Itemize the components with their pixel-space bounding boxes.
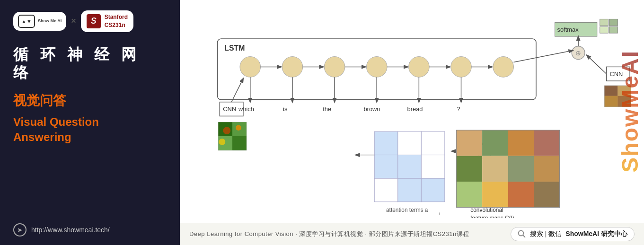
- svg-rect-28: [618, 86, 631, 96]
- svg-rect-17: [600, 19, 609, 26]
- stanford-s-icon: S: [87, 14, 101, 28]
- main-title: 循 环 神 经 网 络: [13, 45, 167, 82]
- svg-rect-62: [398, 131, 422, 155]
- svg-rect-73: [508, 130, 534, 156]
- svg-rect-67: [374, 178, 398, 202]
- vqa-diagram: LSTM softmax: [189, 5, 635, 218]
- svg-text:LSTM: LSTM: [224, 44, 245, 52]
- subtitle-english: Visual Question Answering: [13, 114, 167, 144]
- svg-rect-52: [232, 136, 247, 150]
- svg-rect-76: [482, 156, 508, 182]
- svg-line-31: [587, 55, 607, 74]
- website-link[interactable]: ➤ http://www.showmeai.tech/: [13, 223, 167, 236]
- stanford-badge: S Stanford CS231n: [81, 10, 133, 32]
- svg-text:the: the: [323, 106, 331, 113]
- svg-point-4: [324, 57, 345, 78]
- svg-rect-18: [609, 19, 618, 26]
- search-box[interactable]: 搜索 | 微信 ShowMeAI 研究中心: [511, 227, 635, 241]
- svg-rect-71: [457, 130, 482, 156]
- svg-rect-72: [482, 130, 508, 156]
- svg-point-88: [518, 231, 523, 236]
- svg-point-55: [219, 139, 225, 145]
- x-separator: ×: [71, 16, 76, 26]
- svg-point-5: [366, 57, 387, 78]
- footer-bar: Deep Learning for Computer Vision · 深度学习…: [180, 223, 644, 245]
- svg-rect-30: [618, 96, 631, 107]
- svg-rect-19: [600, 26, 609, 33]
- arrow-icon: ➤: [13, 223, 26, 236]
- stanford-text: Stanford CS231n: [105, 13, 128, 29]
- svg-rect-81: [508, 182, 534, 207]
- logo-bar: ▲▼ Show Me AI × S Stanford CS231n: [13, 10, 167, 32]
- svg-text:⊕: ⊕: [575, 49, 581, 57]
- showmeai-logo-badge: ▲▼ Show Me AI: [13, 12, 66, 31]
- svg-point-53: [223, 127, 230, 134]
- svg-rect-79: [457, 182, 482, 207]
- showmeai-text: Show Me AI: [38, 18, 62, 24]
- svg-rect-29: [605, 96, 618, 107]
- svg-rect-68: [398, 178, 422, 202]
- search-label: 搜索 | 微信: [530, 230, 562, 238]
- svg-rect-80: [482, 182, 508, 207]
- subtitle-chinese: 视觉问答: [13, 92, 167, 110]
- footer-text: Deep Learning for Computer Vision · 深度学习…: [189, 230, 469, 238]
- svg-rect-69: [421, 178, 445, 202]
- svg-rect-63: [421, 131, 445, 155]
- right-panel: LSTM softmax: [180, 0, 644, 245]
- svg-rect-64: [374, 155, 398, 179]
- svg-rect-66: [421, 155, 445, 179]
- url-text: http://www.showmeai.tech/: [31, 226, 110, 234]
- svg-line-47: [231, 79, 243, 102]
- svg-rect-27: [605, 86, 618, 96]
- svg-point-8: [493, 57, 514, 78]
- svg-text:?: ?: [457, 106, 460, 113]
- svg-text:is: is: [283, 106, 287, 113]
- svg-point-2: [240, 57, 261, 78]
- svg-line-89: [523, 235, 525, 237]
- search-icon: [518, 230, 526, 238]
- svg-text:CNN: CNN: [223, 106, 236, 113]
- svg-text:bread: bread: [407, 106, 423, 113]
- diagram-area: LSTM softmax: [180, 0, 644, 223]
- svg-point-7: [451, 57, 472, 78]
- svg-line-32: [513, 51, 573, 62]
- svg-text:convolutional: convolutional: [470, 207, 503, 213]
- svg-rect-61: [374, 131, 398, 155]
- svg-text:softmax: softmax: [557, 26, 579, 33]
- svg-rect-74: [534, 130, 559, 156]
- svg-rect-78: [534, 156, 559, 182]
- svg-rect-75: [457, 156, 482, 182]
- svg-text:t: t: [439, 211, 441, 216]
- svg-rect-65: [398, 155, 422, 179]
- svg-point-3: [282, 57, 303, 78]
- svg-point-6: [409, 57, 430, 78]
- svg-rect-77: [508, 156, 534, 182]
- svg-point-54: [236, 125, 241, 131]
- svg-text:which: which: [238, 106, 254, 113]
- svg-text:attention terms  a: attention terms a: [386, 207, 428, 213]
- svg-text:feature maps  C(I): feature maps C(I): [470, 215, 514, 218]
- left-panel: ▲▼ Show Me AI × S Stanford CS231n 循 环 神 …: [0, 0, 180, 245]
- svg-rect-82: [534, 182, 559, 207]
- showmeai-icon: ▲▼: [18, 15, 35, 28]
- svg-text:CNN: CNN: [610, 70, 623, 78]
- svg-text:brown: brown: [363, 106, 380, 113]
- svg-rect-20: [609, 26, 618, 33]
- search-brand: ShowMeAI 研究中心: [565, 230, 627, 238]
